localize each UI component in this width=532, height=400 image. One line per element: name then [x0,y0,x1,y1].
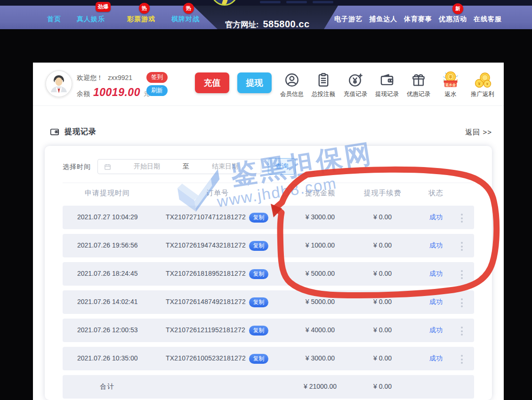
search-button[interactable]: 查询 [268,158,296,175]
quick-withdraw-records[interactable]: 提现记录 [371,71,403,98]
table-row: 2021.07.27 10:04:29 TX210727107471218127… [63,206,474,229]
row-menu-button[interactable] [459,268,465,281]
top-brand-strip [0,0,532,6]
nav-item-customer-service[interactable]: 在线客服 [474,15,502,24]
cell-fee: ¥ 0.00 [352,298,413,305]
cell-amount: ¥ 3000.00 [289,213,352,221]
cell-fee: ¥ 0.00 [352,270,413,277]
cell-order: TX2107261818952181272 [166,270,246,277]
table-row: 2021.07.26 19:56:56 TX210726194743218127… [63,234,474,257]
nav-item-sports[interactable]: 体育赛事 [404,15,432,24]
cell-order: TX2107261005232181272 [166,354,246,362]
welcome-message: 欢迎您！ zxx9921 [77,74,132,82]
svg-text:¥: ¥ [486,82,489,86]
cell-order: TX2107261487492181272 [166,298,246,305]
new-badge: 新 [452,3,463,14]
row-menu-button[interactable] [459,240,465,253]
content-panel: 欢迎您！ zxx9921 余额 10019.00 元 签到 刷新 充值 提现 会… [33,63,504,400]
quick-total-bets[interactable]: 总投注额 [308,71,339,98]
table-row: 2021.07.26 14:02:41 TX210726148749218127… [63,290,474,314]
copy-button[interactable]: 复制 [249,213,268,223]
nav-item-lottery[interactable]: 彩票游戏 [127,15,155,24]
brand-text-decoration [260,1,333,3]
cell-fee: ¥ 0.00 [352,354,413,362]
copy-button[interactable]: 复制 [249,354,268,364]
cell-amount: ¥ 3000.00 [289,354,352,362]
svg-text:返水金: 返水金 [445,83,456,87]
withdraw-button[interactable]: 提现 [237,72,272,93]
cell-fee: ¥ 0.00 [352,213,413,221]
nav-item-fishing[interactable]: 捕鱼达人 [369,15,397,24]
cell-amount: ¥ 4000.00 [289,326,352,334]
nav-item-slots[interactable]: 电子游艺 [334,15,363,24]
copy-button[interactable]: 复制 [249,297,268,307]
withdraw-record-icon [379,71,395,89]
filter-label: 选择时间 [63,163,91,171]
start-date-placeholder[interactable]: 开始日期 [111,162,183,171]
quick-label: 推广返利 [471,90,494,98]
quick-label: 充值记录 [344,90,367,98]
col-header-amount: 提现金额 [289,189,352,198]
cell-fee: ¥ 0.00 [352,241,413,249]
quick-rebate[interactable]: 返水金 返水 [435,71,466,98]
copy-button[interactable]: 复制 [249,269,268,279]
member-icon [284,71,300,89]
row-menu-button[interactable] [459,212,465,224]
official-url-value: 585800.cc [263,19,310,30]
cell-fee: ¥ 0.00 [352,326,413,334]
date-separator: 至 [183,162,189,171]
quick-label: 提现记录 [375,90,399,98]
promo-record-icon [411,71,427,89]
status-badge: 成功 [413,270,459,278]
section-header: 提现记录 [49,127,97,137]
table-row: 2021.07.26 18:24:45 TX210726181895218127… [63,262,474,286]
cell-time: 2021.07.26 12:00:53 [77,326,137,334]
status-badge: 成功 [413,241,459,250]
table-total-row: 合计 ¥ 21000.00 ¥ 0.00 [63,375,474,399]
balance-value: 10019.00 [93,86,140,99]
row-menu-button[interactable] [459,353,465,366]
copy-button[interactable]: 复制 [249,326,268,336]
avatar [45,70,73,97]
table-header: 申请提现时间 订单号 提现金额 提现手续费 状态 [63,183,474,202]
quick-label: 会员信息 [280,90,304,98]
cell-time: 2021.07.26 10:35:00 [77,354,137,362]
hot-badge: 热 [139,3,150,14]
cell-time: 2021.07.26 14:02:41 [77,298,137,305]
col-header-fee: 提现手续费 [352,189,413,198]
calendar-icon [104,163,111,170]
page: 首页 真人娱乐 彩票游戏 棋牌对战 劲爆 热 热 官方网址: 585800.cc… [0,0,532,400]
back-link[interactable]: 返回 >> [465,128,492,137]
page-title: 提现记录 [64,127,97,137]
quick-recharge-records[interactable]: 充值记录 [340,71,371,98]
nav-item-promotions[interactable]: 优惠活动 [439,15,467,24]
total-label: 合计 [74,383,140,391]
end-date-placeholder[interactable]: 结束日期 [189,162,261,171]
recharge-button[interactable]: 充值 [195,72,229,93]
welcome-bar: 欢迎您！ zxx9921 余额 10019.00 元 签到 刷新 充值 提现 会… [33,63,504,106]
svg-text:¥: ¥ [478,81,480,86]
refresh-balance-button[interactable]: 刷新 [146,85,168,96]
row-menu-button[interactable] [459,325,465,337]
row-menu-button[interactable] [459,296,465,309]
date-range-input[interactable]: 开始日期 至 结束日期 [97,159,261,174]
cell-amount: ¥ 5000.00 [289,298,352,305]
nav-item-board-games[interactable]: 棋牌对战 [171,15,200,24]
status-badge: 成功 [413,213,459,222]
quick-promo-records[interactable]: 优惠记录 [403,71,434,98]
cell-amount: ¥ 1000.00 [289,241,352,249]
hot-badge: 热 [183,3,194,14]
quick-referral[interactable]: ¥ ¥ 推广返利 [467,71,498,98]
signin-button[interactable]: 签到 [146,72,168,83]
wallet-icon [49,127,60,137]
balance-label: 余额 [77,90,90,98]
welcome-text: 欢迎您！ [77,74,103,81]
quick-label: 优惠记录 [407,90,430,98]
hot-badge: 劲爆 [96,2,111,12]
copy-button[interactable]: 复制 [249,241,268,251]
col-header-time: 申请提现时间 [74,189,140,198]
bet-total-icon [315,71,331,89]
nav-item-live-casino[interactable]: 真人娱乐 [77,15,105,24]
quick-member-info[interactable]: 会员信息 [276,71,307,98]
nav-item-home[interactable]: 首页 [47,15,61,24]
